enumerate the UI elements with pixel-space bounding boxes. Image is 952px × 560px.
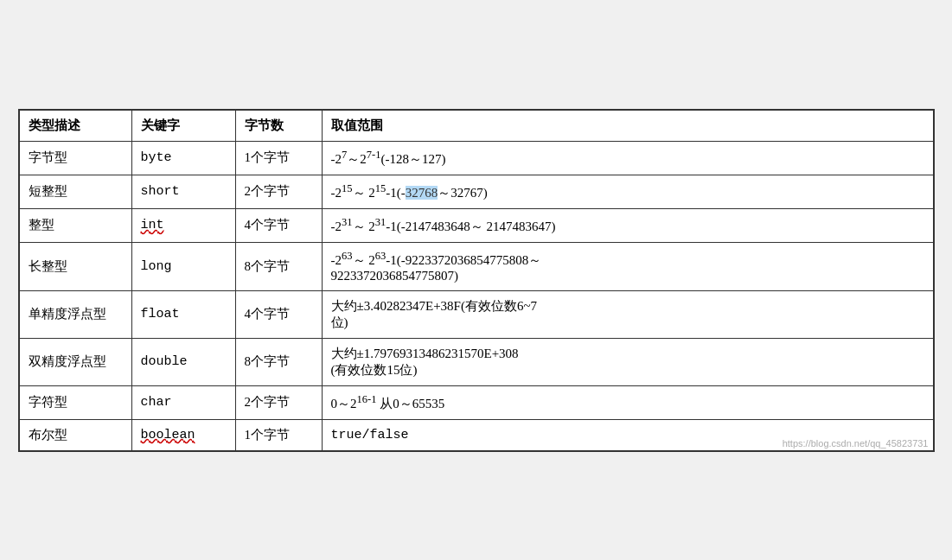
watermark-text: https://blog.csdn.net/qq_45823731 [783,438,929,449]
cell-keyword: boolean [131,419,235,450]
cell-type: 双精度浮点型 [19,338,131,385]
cell-bytes: 1个字节 [235,141,322,175]
cell-range: 大约±3.40282347E+38F(有效位数6~7位) [322,290,933,338]
cell-type: 字符型 [19,385,131,419]
cell-keyword: int [131,208,235,242]
superscript: 63 [342,250,353,262]
data-table-container: 类型描述 关键字 字节数 取值范围 字节型 byte 1个字节 -27～27-1… [18,109,935,452]
table-row: 整型 int 4个字节 -231～ 231-1(-2147483648～ 214… [19,208,933,242]
boolean-keyword: boolean [141,428,195,442]
header-type: 类型描述 [19,110,131,141]
cell-keyword: float [131,290,235,338]
table-row: 字节型 byte 1个字节 -27～27-1(-128～127) [19,141,933,175]
superscript: 31 [342,216,353,228]
cell-bytes: 1个字节 [235,419,322,450]
table-row: 长整型 long 8个字节 -263～ 263-1(-9223372036854… [19,242,933,290]
cell-type: 整型 [19,208,131,242]
cell-keyword: double [131,338,235,385]
range-value: true/false [331,428,409,442]
superscript: 15 [375,182,387,194]
header-keyword: 关键字 [131,110,235,141]
int-keyword: int [141,218,164,232]
table-header-row: 类型描述 关键字 字节数 取值范围 [19,110,933,141]
table-row: 双精度浮点型 double 8个字节 大约±1.7976931348623157… [19,338,933,385]
cell-range: 0～216-1 从0～65535 [322,385,933,419]
superscript: 7 [342,149,347,161]
cell-range: -215～ 215-1(-32768～32767) [322,175,933,208]
superscript: 15 [342,182,353,194]
superscript: 7-1 [367,149,381,161]
cell-keyword: byte [131,141,235,175]
table-row: 单精度浮点型 float 4个字节 大约±3.40282347E+38F(有效位… [19,290,933,338]
superscript: 63 [375,250,387,262]
cell-type: 长整型 [19,242,131,290]
cell-range: 大约±1.79769313486231570E+308(有效位数15位) [322,338,933,385]
cell-bytes: 4个字节 [235,290,322,338]
cell-bytes: 2个字节 [235,175,322,208]
cell-bytes: 2个字节 [235,385,322,419]
cell-bytes: 8个字节 [235,338,322,385]
cell-range: -263～ 263-1(-9223372036854775808～9223372… [322,242,933,290]
cell-keyword: long [131,242,235,290]
table-row: 字符型 char 2个字节 0～216-1 从0～65535 [19,385,933,419]
cell-keyword: char [131,385,235,419]
superscript: 31 [375,216,387,228]
cell-type: 字节型 [19,141,131,175]
highlight-value: 32768 [406,186,438,200]
cell-bytes: 8个字节 [235,242,322,290]
cell-type: 布尔型 [19,419,131,450]
superscript: 16-1 [357,393,377,405]
cell-keyword: short [131,175,235,208]
table-row: 短整型 short 2个字节 -215～ 215-1(-32768～32767) [19,175,933,208]
cell-type: 单精度浮点型 [19,290,131,338]
header-range: 取值范围 [322,110,933,141]
cell-range: -231～ 231-1(-2147483648～ 2147483647) [322,208,933,242]
cell-bytes: 4个字节 [235,208,322,242]
data-table: 类型描述 关键字 字节数 取值范围 字节型 byte 1个字节 -27～27-1… [19,110,934,451]
header-bytes: 字节数 [235,110,322,141]
cell-range: -27～27-1(-128～127) [322,141,933,175]
cell-type: 短整型 [19,175,131,208]
